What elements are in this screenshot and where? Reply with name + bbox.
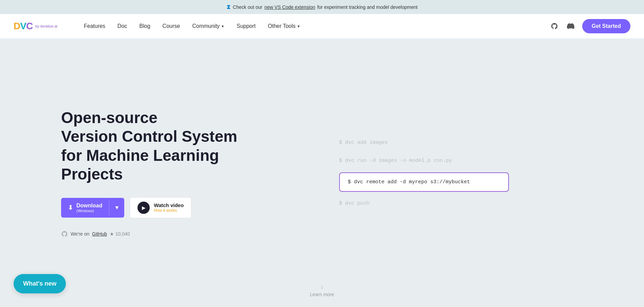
terminal-line-1: $ dvc add images: [339, 136, 509, 149]
terminal-line-2: $ dvc run -d images -o model.p cnn.py: [339, 154, 509, 167]
nav-support[interactable]: Support: [231, 14, 262, 38]
terminal-line-3-highlighted: $ dvc remote add -d myrepo s3://mybucket: [339, 172, 509, 192]
banner-link[interactable]: new VS Code extension: [264, 4, 315, 10]
download-chevron-icon: ▼: [114, 205, 119, 211]
terminal-line-4: $ dvc push: [339, 197, 509, 210]
github-octocat-icon: [61, 231, 68, 237]
github-link[interactable]: GitHub: [92, 231, 107, 237]
play-icon: ▶: [137, 202, 150, 214]
learn-more-arrow-icon: ↓: [320, 283, 324, 290]
nav-doc[interactable]: Doc: [111, 14, 133, 38]
nav-blog[interactable]: Blog: [133, 14, 157, 38]
banner-text-before: Check out our: [233, 4, 262, 10]
download-icon: ⬇: [68, 204, 73, 211]
other-tools-chevron-icon: ▼: [297, 24, 300, 28]
logo-c: C: [26, 21, 33, 31]
by-iterative-label: by iterative.ai: [35, 24, 57, 28]
download-dropdown-arrow[interactable]: ▼: [109, 200, 124, 216]
logo-d: D: [14, 21, 20, 31]
nav-other-tools[interactable]: Other Tools ▼: [262, 14, 306, 38]
banner-text-after: for experiment tracking and model develo…: [317, 4, 418, 10]
logo-text: DVC: [14, 21, 33, 32]
nav-community[interactable]: Community ▼: [186, 14, 231, 38]
github-info: We're on GitHub ★ 10,040: [61, 231, 251, 237]
logo-v: V: [20, 21, 26, 31]
top-banner: ⧗ Check out our new VS Code extension fo…: [0, 0, 644, 14]
nav-features[interactable]: Features: [78, 14, 111, 38]
hero-left: Open-source Version Control System for M…: [61, 108, 251, 237]
hero-title: Open-source Version Control System for M…: [61, 108, 251, 184]
download-button[interactable]: ⬇ Download (Windows) ▼: [61, 198, 124, 218]
community-chevron-icon: ▼: [221, 24, 224, 28]
hero-right: $ dvc add images $ dvc run -d images -o …: [251, 136, 583, 210]
nav-links: Features Doc Blog Course Community ▼ Sup…: [78, 14, 548, 38]
discord-nav-icon[interactable]: [565, 20, 577, 32]
navbar: DVC by iterative.ai Features Doc Blog Co…: [0, 14, 644, 38]
learn-more-label: Learn more: [310, 292, 334, 297]
watch-text: Watch video How it works: [154, 202, 184, 213]
download-text: Download (Windows): [76, 203, 102, 213]
hero-section: Open-source Version Control System for M…: [0, 38, 644, 307]
learn-more[interactable]: ↓ Learn more: [310, 283, 334, 297]
vscode-icon: ⧗: [226, 3, 231, 11]
terminal-area: $ dvc add images $ dvc run -d images -o …: [339, 136, 509, 210]
hero-buttons: ⬇ Download (Windows) ▼ ▶ Watch video How…: [61, 197, 251, 218]
whats-new-bubble[interactable]: What's new: [14, 274, 66, 293]
nav-course[interactable]: Course: [157, 14, 186, 38]
github-nav-icon[interactable]: [548, 20, 560, 32]
watch-video-button[interactable]: ▶ Watch video How it works: [130, 197, 191, 218]
nav-icons: [548, 20, 577, 32]
star-icon: ★ 10,040: [110, 231, 130, 237]
download-main[interactable]: ⬇ Download (Windows): [61, 198, 109, 218]
logo[interactable]: DVC by iterative.ai: [14, 21, 57, 32]
get-started-button[interactable]: Get Started: [582, 19, 630, 33]
